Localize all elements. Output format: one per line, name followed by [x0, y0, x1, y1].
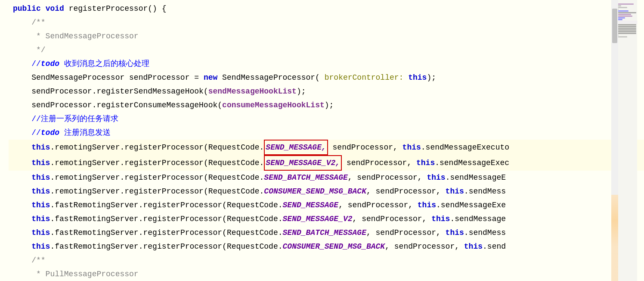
code-token: ); — [297, 84, 306, 98]
scrollbar-thumb[interactable] — [612, 9, 617, 43]
code-token: .sendMess — [464, 184, 506, 198]
code-line: sendProcessor.registerConsumeMessageHook… — [9, 98, 644, 112]
code-token: this — [431, 212, 450, 226]
code-line: this.remotingServer.registerProcessor(Re… — [9, 184, 644, 198]
code-lines: public void registerProcessor() { /** * … — [0, 0, 644, 281]
code-token: this — [418, 198, 436, 212]
code-token: todo — [41, 57, 59, 71]
code-token: public — [13, 2, 41, 16]
code-line: //注册一系列的任务请求 — [9, 112, 644, 126]
code-token: this — [31, 184, 50, 198]
code-token: , sendProcessor, — [338, 198, 418, 212]
code-line: this.remotingServer.registerProcessor(Re… — [9, 140, 644, 155]
code-token: SEND_BATCH_MESSAGE — [283, 226, 366, 240]
code-line: */ — [9, 43, 644, 57]
code-token: registerProcessor() { — [64, 2, 167, 16]
code-token: .fastRemotingServer.registerProcessor(Re… — [50, 212, 282, 226]
code-token: CONSUMER_SEND_MSG_BACK — [264, 184, 366, 198]
code-token: ); — [325, 98, 334, 112]
code-token — [13, 212, 31, 226]
code-line: //todo 注册消息发送 — [9, 126, 644, 140]
code-token — [41, 2, 46, 16]
code-token: todo — [41, 126, 59, 140]
code-token: /** — [13, 253, 46, 267]
code-token: SEND_MESSAGE, — [264, 140, 328, 155]
code-token: this — [446, 184, 464, 198]
code-token: this — [31, 198, 50, 212]
code-token: // — [13, 57, 41, 71]
code-line: public void registerProcessor() { — [9, 2, 644, 16]
code-line: this.fastRemotingServer.registerProcesso… — [9, 240, 644, 253]
code-token: this — [446, 226, 464, 240]
code-token: .sendMessage — [450, 212, 506, 226]
code-token: this — [31, 156, 50, 170]
code-token: void — [46, 2, 64, 16]
code-token: sendProcessor, — [342, 156, 416, 170]
code-token: ); — [427, 71, 436, 84]
code-token: .sendMess — [464, 226, 506, 240]
code-token: sendMessageHookList — [208, 84, 297, 98]
code-token: this — [427, 171, 445, 184]
code-token: .send — [483, 240, 506, 253]
code-token — [13, 156, 31, 170]
code-token: sendProcessor.registerSendMessageHook( — [13, 84, 208, 98]
code-token: brokerController: — [325, 71, 404, 84]
code-token: SEND_BATCH_MESSAGE — [264, 171, 347, 184]
code-token: * SendMessageProcessor — [13, 29, 139, 43]
code-token — [13, 226, 31, 240]
code-line: SendMessageProcessor sendProcessor = new… — [9, 71, 644, 84]
code-token: .remotingServer.registerProcessor(Reques… — [50, 140, 264, 154]
code-token: this — [31, 226, 50, 240]
code-token: SEND_MESSAGE — [283, 198, 339, 212]
code-token — [13, 140, 31, 154]
code-token: this — [31, 212, 50, 226]
code-token: new — [204, 71, 217, 84]
code-token: .remotingServer.registerProcessor(Reques… — [50, 184, 264, 198]
code-token: CONSUMER_SEND_MSG_BACK — [283, 240, 385, 253]
code-token: .fastRemotingServer.registerProcessor(Re… — [50, 198, 282, 212]
code-token: SendMessageProcessor( — [217, 71, 324, 84]
code-token: this — [31, 171, 50, 184]
scrollbar[interactable] — [611, 0, 618, 281]
code-token: this — [31, 140, 50, 154]
code-token — [13, 171, 31, 184]
code-token: this — [416, 156, 435, 170]
code-token: , sendProcessor, — [366, 226, 446, 240]
code-line: //todo 收到消息之后的核心处理 — [9, 57, 644, 71]
code-line: * PullMessageProcessor — [9, 267, 644, 281]
code-token: sendProcessor.registerConsumeMessageHook… — [13, 98, 222, 112]
code-line: this.remotingServer.registerProcessor(Re… — [9, 171, 644, 184]
code-token: , sendProcessor, — [353, 212, 432, 226]
code-line: * SendMessageProcessor — [9, 29, 644, 43]
code-token: //注册一系列的任务请求 — [13, 112, 118, 126]
code-line: this.fastRemotingServer.registerProcesso… — [9, 198, 644, 212]
code-token: * PullMessageProcessor — [13, 267, 139, 281]
code-token: .remotingServer.registerProcessor(Reques… — [50, 156, 264, 170]
code-token: this — [31, 240, 50, 253]
code-line: /** — [9, 253, 644, 267]
code-token — [13, 240, 31, 253]
code-token: , sendProcessor, — [348, 171, 427, 184]
code-line: this.remotingServer.registerProcessor(Re… — [9, 155, 644, 171]
code-token: this — [402, 140, 421, 154]
code-token: .fastRemotingServer.registerProcessor(Re… — [50, 240, 282, 253]
code-token: */ — [13, 43, 46, 57]
code-token: // — [13, 126, 41, 140]
code-line: this.fastRemotingServer.registerProcesso… — [9, 226, 644, 240]
code-token: this — [408, 71, 427, 84]
code-token — [13, 184, 31, 198]
code-token: .fastRemotingServer.registerProcessor(Re… — [50, 226, 282, 240]
code-token: 注册消息发送 — [59, 126, 111, 140]
code-line: /** — [9, 16, 644, 29]
code-token: consumeMessageHookList — [222, 98, 325, 112]
code-token: , sendProcessor, — [385, 240, 464, 253]
code-token: SendMessageProcessor sendProcessor = — [13, 71, 204, 84]
code-token: 收到消息之后的核心处理 — [59, 57, 149, 71]
code-token: .sendMessageExecuto — [421, 140, 509, 154]
code-line: this.fastRemotingServer.registerProcesso… — [9, 212, 644, 226]
code-token: this — [464, 240, 483, 253]
code-token: .sendMessageE — [446, 171, 506, 184]
code-line: sendProcessor.registerSendMessageHook(se… — [9, 84, 644, 98]
code-token: sendProcessor, — [328, 140, 402, 154]
code-token: .sendMessageExec — [435, 156, 509, 170]
